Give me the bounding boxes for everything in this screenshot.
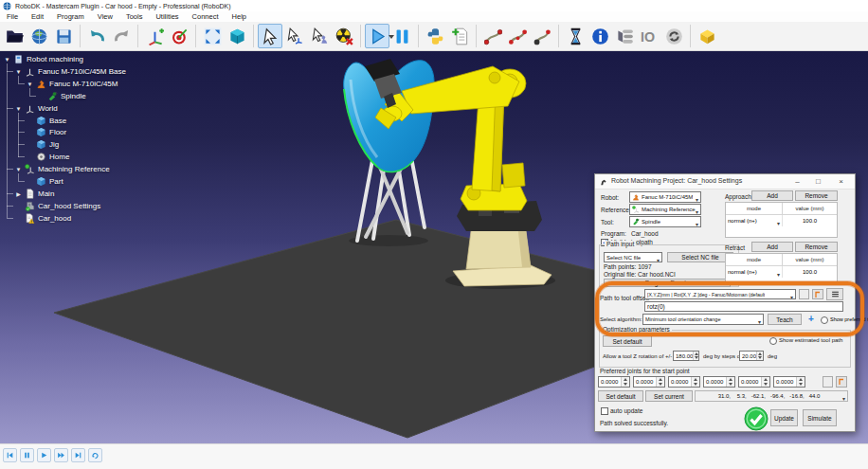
show-estimated-toolpath-radio[interactable] [769,337,777,345]
toolbar-io-monitor-button[interactable]: IO [637,24,661,48]
toolbar-isometric-view-button[interactable] [225,24,249,48]
spinner-arrows[interactable] [691,377,699,387]
retract-mode-select[interactable]: normal (n+) [726,266,783,278]
toolbar-move-robot-button[interactable] [307,24,332,48]
tree-item-world[interactable]: ▼World [0,102,227,115]
toolbar-online-library-button[interactable] [27,24,51,48]
playback-loop-button[interactable] [88,448,102,462]
approach-add-button[interactable]: Add [751,190,793,201]
menu-program[interactable]: Program [50,12,91,21]
menu-file[interactable]: File [0,12,25,21]
dialog-titlebar[interactable]: Robot Machining Project: Car_hood Settin… [595,174,855,189]
toolbar-curve-follow-project-button[interactable] [480,24,505,48]
joint-3-spinbox[interactable]: 0.0000 [668,376,700,388]
toolbar-update-selection-button[interactable] [661,24,686,48]
menu-utilities[interactable]: Utilities [149,12,185,21]
menu-edit[interactable]: Edit [25,12,50,21]
toolbar-station-parameters-button[interactable] [612,24,637,48]
joints-set-current-button[interactable]: Set current [645,390,693,402]
toolbar-move-reference-button[interactable] [282,24,307,48]
robot-select[interactable]: Fanuc M-710iC/45M [629,191,701,203]
joint-1-spinbox[interactable]: 0.0000 [598,376,630,388]
show-preferred-toolpath-radio[interactable] [821,316,828,324]
retract-value-cell[interactable]: 100.0 [783,266,837,278]
nc-file-select[interactable]: Select NC file [604,252,662,262]
add-algorithm-button[interactable]: + [805,313,817,325]
select-nc-file-button[interactable]: Select NC file [667,252,733,262]
approach-remove-button[interactable]: Remove [795,190,838,201]
rotation-spinbox[interactable]: 180.00 [673,351,699,361]
toolbar-fit-all-button[interactable] [200,24,225,48]
tree-item-machining-reference[interactable]: ▼Machining Reference [0,163,227,175]
dialog-close-button[interactable]: × [834,175,848,188]
playback-pause-button[interactable] [20,448,34,462]
tree-item-car-hood[interactable]: Car_hood [0,212,227,225]
tree-item-fanuc-m-710ic-45m-base[interactable]: ▼Fanuc M-710iC/45M Base [0,65,227,78]
joint-6-spinbox[interactable]: 0.0000 [773,376,805,388]
spinner-arrows[interactable] [756,352,763,360]
joints-set-default-button[interactable]: Set default [598,390,643,402]
joint-2-spinbox[interactable]: 0.0000 [633,376,665,388]
dialog-maximize-button[interactable]: □ [811,175,825,188]
tree-item-main[interactable]: ▶Main [0,188,227,200]
toolbar-add-program-button[interactable] [447,24,472,48]
tool-offset-paste-button[interactable] [812,289,823,299]
toolbar-select-button[interactable] [258,24,282,48]
joint-4-spinbox[interactable]: 0.0000 [703,376,735,388]
spinner-arrows[interactable] [761,377,769,387]
toolbar-check-collisions-button[interactable] [332,24,356,48]
toolbar-add-python-program-button[interactable] [423,24,447,48]
tree-item-base[interactable]: Base [0,115,227,127]
playback-skip-start-button[interactable] [3,448,17,462]
simulate-button[interactable]: Simulate [803,409,837,426]
tree-item-part[interactable]: Part [0,175,227,188]
dialog-minimize-button[interactable]: – [790,175,805,188]
retract-remove-button[interactable]: Remove [795,242,838,252]
menu-view[interactable]: View [91,12,119,21]
update-button[interactable]: Update [770,409,798,426]
algorithm-select[interactable]: Minimum tool orientation change [642,314,764,325]
toolbar-undo-button[interactable] [84,24,109,48]
menu-tools[interactable]: Tools [119,12,150,21]
toolbar-machining-project-button[interactable] [530,24,554,48]
tree-item-home[interactable]: Home [0,151,227,163]
tool-select[interactable]: Spindle [629,216,701,227]
step-spinbox[interactable]: 20.00 [739,351,764,361]
menu-help[interactable]: Help [226,12,253,21]
tree-item-car-hood-settings[interactable]: Car_hood Settings [0,200,227,212]
toolbar-run-simulation-button[interactable] [365,24,389,48]
toolbar-timer-button[interactable] [563,24,588,48]
tree-item-robot-machining[interactable]: ▼Robot machining [0,53,227,65]
joint-5-spinbox[interactable]: 0.0000 [738,376,770,388]
current-joints-display[interactable]: 31.0, 5.3, -62.1, -96.4, -16.8, 44.0 [695,390,848,402]
toolbar-save-station-button[interactable] [51,24,76,48]
toolbar-open-file-button[interactable] [2,24,27,48]
reference-select[interactable]: Machining Reference [629,204,701,215]
tool-offset-expression-input[interactable]: rotz(0) [644,301,843,312]
playback-play-button[interactable] [37,448,51,462]
optimization-set-default-button[interactable]: Set default [603,335,652,347]
toolbar-add-target-button[interactable] [167,24,191,48]
spinner-arrows[interactable] [726,377,734,387]
program-events-button[interactable]: Program Events [604,279,731,287]
joints-paste-button[interactable] [836,376,847,388]
toolbar-pause-simulation-button[interactable] [389,24,414,48]
toolbar-point-follow-project-button[interactable] [505,24,530,48]
tool-offset-menu-button[interactable] [826,288,843,300]
auto-update-checkbox[interactable] [601,407,608,415]
playback-skip-end-button[interactable] [71,448,85,462]
tree-item-floor[interactable]: Floor [0,126,227,138]
toolbar-redo-button[interactable] [109,24,134,48]
spinner-arrows[interactable] [796,377,805,387]
spinner-arrows[interactable] [621,377,629,387]
toolbar-station-info-button[interactable] [588,24,612,48]
spinner-arrows[interactable] [693,352,698,360]
playback-fast-forward-button[interactable] [54,448,68,462]
spinner-arrows[interactable] [656,377,664,387]
toolbar-mastercam-plugin-button[interactable] [695,24,719,48]
tree-item-jig[interactable]: Jig [0,138,227,151]
approach-mode-select[interactable]: normal (n+) [726,215,783,226]
retract-add-button[interactable]: Add [751,242,793,252]
teach-button[interactable]: Teach [768,314,802,325]
tool-offset-format-select[interactable]: [X,Y,Z]mm | Rot[X,Y ,Z ]deg - Fanuc/Moto… [644,289,796,299]
